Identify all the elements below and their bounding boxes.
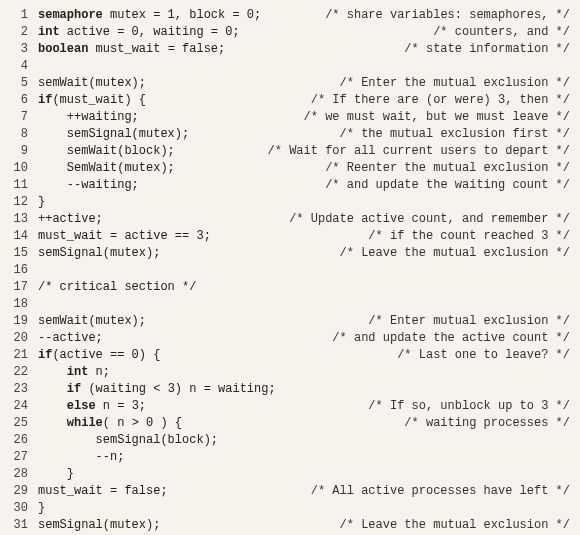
comment: /* and update the active count */: [332, 331, 570, 345]
keyword: else: [67, 399, 96, 413]
comment: /* and update the waiting count */: [325, 178, 570, 192]
keyword: if: [38, 93, 52, 107]
code-line: 6if(must_wait) {/* If there are (or were…: [6, 93, 570, 110]
line-number: 19: [6, 314, 38, 328]
code-rest: semSignal(mutex);: [38, 246, 160, 260]
code-line: 27 --n;: [6, 450, 570, 467]
comment: /* share variables: semaphores, */: [325, 8, 570, 22]
comment: /* if the count reached 3 */: [368, 229, 570, 243]
line-number: 2: [6, 25, 38, 39]
code-text: semWait(mutex);: [38, 314, 146, 328]
code-rest: must_wait = active == 3;: [38, 229, 211, 243]
code-rest: --waiting;: [38, 178, 139, 192]
keyword: if: [67, 382, 81, 396]
code-text: else n = 3;: [38, 399, 146, 413]
line-number: 1: [6, 8, 38, 22]
code-text: --n;: [38, 450, 124, 464]
code-rest: --n;: [38, 450, 124, 464]
line-number: 12: [6, 195, 38, 209]
code-line: 12}: [6, 195, 570, 212]
code-text: semaphore mutex = 1, block = 0;: [38, 8, 261, 22]
keyword: boolean: [38, 42, 88, 56]
code-text: --waiting;: [38, 178, 139, 192]
code-line: 31semSignal(mutex);/* Leave the mutual e…: [6, 518, 570, 535]
code-line: 19semWait(mutex);/* Enter mutual exclusi…: [6, 314, 570, 331]
code-text: boolean must_wait = false;: [38, 42, 225, 56]
line-number: 27: [6, 450, 38, 464]
code-line: 26 semSignal(block);: [6, 433, 570, 450]
comment: /* counters, and */: [433, 25, 570, 39]
line-number: 30: [6, 501, 38, 515]
code-rest: n = 3;: [96, 399, 146, 413]
line-number: 5: [6, 76, 38, 90]
code-text: semWait(block);: [38, 144, 175, 158]
code-line: 9 semWait(block);/* Wait for all current…: [6, 144, 570, 161]
line-number: 15: [6, 246, 38, 260]
indent: [38, 365, 67, 379]
code-line: 8 semSignal(mutex);/* the mutual exclusi…: [6, 127, 570, 144]
code-rest: (waiting < 3) n = waiting;: [81, 382, 275, 396]
line-number: 24: [6, 399, 38, 413]
code-rest: semWait(mutex);: [38, 76, 146, 90]
code-line: 1semaphore mutex = 1, block = 0;/* share…: [6, 8, 570, 25]
code-line: 22 int n;: [6, 365, 570, 382]
line-number: 6: [6, 93, 38, 107]
code-text: ++waiting;: [38, 110, 139, 124]
comment: /* Update active count, and remember */: [289, 212, 570, 226]
code-text: }: [38, 501, 45, 515]
keyword: int: [38, 25, 60, 39]
line-number: 25: [6, 416, 38, 430]
code-rest: ( n > 0 ) {: [103, 416, 182, 430]
comment: /* Last one to leave? */: [397, 348, 570, 362]
code-line: 10 SemWait(mutex);/* Reenter the mutual …: [6, 161, 570, 178]
code-text: if(must_wait) {: [38, 93, 146, 107]
code-line: 5semWait(mutex);/* Enter the mutual excl…: [6, 76, 570, 93]
code-line: 11 --waiting;/* and update the waiting c…: [6, 178, 570, 195]
code-rest: ++waiting;: [38, 110, 139, 124]
code-text: int n;: [38, 365, 110, 379]
code-line: 20--active;/* and update the active coun…: [6, 331, 570, 348]
line-number: 10: [6, 161, 38, 175]
keyword: if: [38, 348, 52, 362]
line-number: 31: [6, 518, 38, 532]
code-rest: semSignal(mutex);: [38, 127, 189, 141]
code-rest: active = 0, waiting = 0;: [60, 25, 240, 39]
code-text: int active = 0, waiting = 0;: [38, 25, 240, 39]
code-line: 30}: [6, 501, 570, 518]
code-rest: }: [38, 467, 74, 481]
code-text: semSignal(mutex);: [38, 518, 160, 532]
code-rest: semWait(block);: [38, 144, 175, 158]
code-text: --active;: [38, 331, 103, 345]
comment: /* Wait for all current users to depart …: [268, 144, 570, 158]
line-number: 9: [6, 144, 38, 158]
code-rest: ++active;: [38, 212, 103, 226]
line-number: 18: [6, 297, 38, 311]
line-number: 22: [6, 365, 38, 379]
comment: /* Enter mutual exclusion */: [368, 314, 570, 328]
line-number: 28: [6, 467, 38, 481]
code-text: semSignal(mutex);: [38, 246, 160, 260]
code-text: }: [38, 195, 45, 209]
keyword: while: [67, 416, 103, 430]
code-text: semSignal(block);: [38, 433, 218, 447]
code-text: /* critical section */: [38, 280, 196, 294]
comment: /* Enter the mutual exclusion */: [340, 76, 570, 90]
code-line: 28 }: [6, 467, 570, 484]
comment: /* If there are (or were) 3, then */: [311, 93, 570, 107]
code-rest: must_wait = false;: [38, 484, 168, 498]
comment: /* Leave the mutual exclusion */: [340, 246, 570, 260]
line-number: 7: [6, 110, 38, 124]
code-line: 17/* critical section */: [6, 280, 570, 297]
line-number: 17: [6, 280, 38, 294]
line-number: 21: [6, 348, 38, 362]
line-number: 4: [6, 59, 38, 73]
comment: /* Leave the mutual exclusion */: [340, 518, 570, 532]
code-text: SemWait(mutex);: [38, 161, 175, 175]
line-number: 23: [6, 382, 38, 396]
indent: [38, 382, 67, 396]
comment: /* state information */: [404, 42, 570, 56]
code-text: }: [38, 467, 74, 481]
keyword: semaphore: [38, 8, 103, 22]
code-text: if (waiting < 3) n = waiting;: [38, 382, 276, 396]
code-line: 15semSignal(mutex);/* Leave the mutual e…: [6, 246, 570, 263]
